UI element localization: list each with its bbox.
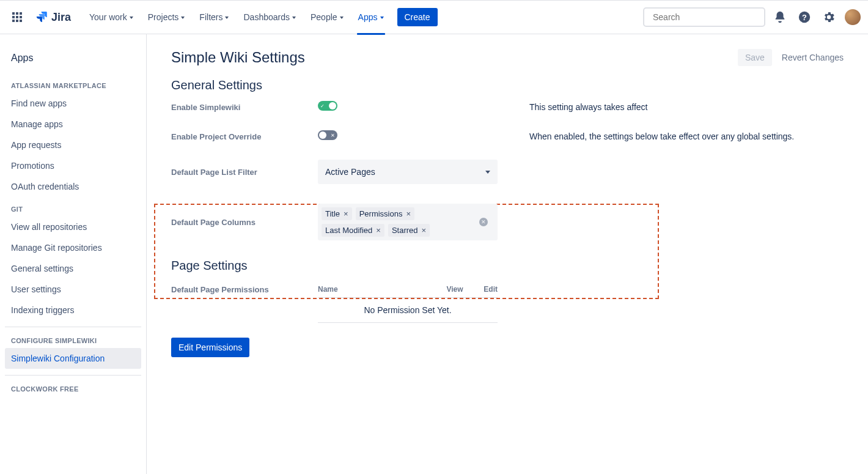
sidebar-item-oauth-credentials[interactable]: OAuth credentials	[5, 176, 141, 197]
sidebar-item-simplewiki-configuration[interactable]: Simplewiki Configuration	[5, 348, 141, 369]
enable-simplewiki-toggle[interactable]: ✓	[318, 101, 337, 111]
jira-icon	[34, 10, 49, 24]
default-permissions-label: Default Page Permissions	[171, 281, 318, 294]
search-box[interactable]	[643, 7, 765, 27]
enable-simplewiki-label: Enable Simplewiki	[171, 103, 318, 112]
nav-label: People	[311, 12, 337, 22]
nav-label: Your work	[89, 12, 127, 22]
permissions-table: Name View Edit No Permission Set Yet.	[318, 281, 498, 323]
nav-filters[interactable]: Filters	[193, 9, 235, 26]
save-button[interactable]: Save	[738, 49, 772, 66]
default-columns-label: Default Page Columns	[171, 218, 318, 227]
sidebar-heading: GIT	[5, 202, 141, 217]
sidebar-item-indexing-triggers[interactable]: Indexing triggers	[5, 300, 141, 320]
sidebar-title: Apps	[5, 49, 141, 67]
column-tag-title: Title×	[322, 207, 352, 220]
tag-label: Last Modified	[325, 226, 372, 235]
default-filter-value: Active Pages	[325, 167, 375, 177]
remove-tag-icon[interactable]: ×	[376, 226, 381, 234]
bell-icon	[773, 10, 787, 24]
chevron-down-icon	[181, 17, 185, 19]
logo-text: Jira	[51, 11, 71, 24]
sidebar-heading: ATLASSIAN MARKETPLACE	[5, 78, 141, 93]
column-tag-last-modified: Last Modified×	[322, 224, 384, 237]
settings-button[interactable]	[819, 7, 839, 27]
sidebar-item-user-settings[interactable]: User settings	[5, 279, 141, 300]
enable-override-help: When enabled, the settings below take ef…	[529, 131, 844, 141]
nav-apps[interactable]: Apps	[352, 9, 390, 26]
enable-override-label: Enable Project Override	[171, 132, 318, 141]
help-button[interactable]: ?	[795, 7, 814, 27]
nav-dashboards[interactable]: Dashboards	[237, 9, 302, 26]
nav-your-work[interactable]: Your work	[83, 9, 139, 26]
enable-override-toggle[interactable]: ✕	[318, 130, 337, 140]
chevron-down-icon	[292, 17, 296, 19]
clear-all-icon[interactable]: ✕	[479, 218, 488, 226]
chevron-down-icon	[340, 17, 344, 19]
sidebar-separator	[5, 375, 141, 376]
chevron-down-icon	[130, 17, 133, 19]
sidebar-separator	[5, 327, 141, 327]
nav-label: Projects	[148, 12, 179, 22]
column-tag-permissions: Permissions×	[356, 207, 414, 220]
sidebar: Apps ATLASSIAN MARKETPLACEFind new appsM…	[0, 34, 147, 474]
jira-logo[interactable]: Jira	[34, 10, 71, 24]
app-switcher-button[interactable]	[7, 7, 27, 27]
gear-icon	[822, 10, 836, 24]
enable-simplewiki-help: This setting always takes affect	[529, 102, 844, 112]
default-filter-label: Default Page List Filter	[171, 168, 318, 177]
grid-icon	[12, 12, 22, 22]
sidebar-item-manage-git-repositories[interactable]: Manage Git repositories	[5, 237, 141, 258]
notifications-button[interactable]	[770, 7, 790, 27]
col-name: Name	[318, 285, 436, 294]
chevron-down-icon	[225, 17, 229, 19]
nav-label: Filters	[199, 12, 223, 22]
tag-label: Title	[325, 209, 340, 218]
sidebar-heading: CLOCKWORK FREE	[5, 382, 141, 396]
permissions-empty: No Permission Set Yet.	[318, 298, 498, 323]
create-button[interactable]: Create	[397, 8, 438, 26]
nav-projects[interactable]: Projects	[142, 9, 191, 26]
revert-button[interactable]: Revert Changes	[782, 53, 844, 62]
col-view: View	[436, 285, 473, 294]
column-tag-starred: Starred×	[388, 224, 430, 237]
sidebar-item-find-new-apps[interactable]: Find new apps	[5, 93, 141, 114]
sidebar-item-manage-apps[interactable]: Manage apps	[5, 114, 141, 135]
general-settings-heading: General Settings	[171, 78, 844, 92]
edit-permissions-button[interactable]: Edit Permissions	[171, 338, 249, 357]
col-edit: Edit	[473, 285, 498, 294]
svg-text:?: ?	[802, 13, 807, 22]
tag-label: Starred	[392, 226, 418, 235]
nav-people[interactable]: People	[304, 9, 350, 26]
search-input[interactable]	[653, 12, 760, 22]
remove-tag-icon[interactable]: ×	[406, 210, 411, 218]
main-content: Simple Wiki Settings Save Revert Changes…	[147, 34, 868, 474]
remove-tag-icon[interactable]: ×	[422, 226, 427, 234]
remove-tag-icon[interactable]: ×	[344, 210, 348, 218]
chevron-down-icon	[380, 17, 384, 19]
page-title: Simple Wiki Settings	[171, 49, 305, 66]
sidebar-item-view-all-repositories[interactable]: View all repositories	[5, 217, 141, 237]
sidebar-item-general-settings[interactable]: General settings	[5, 258, 141, 279]
check-icon: ✓	[320, 103, 325, 109]
page-settings-heading: Page Settings	[171, 259, 844, 273]
sidebar-heading: CONFIGURE SIMPLEWIKI	[5, 333, 141, 348]
nav-label: Dashboards	[243, 12, 290, 22]
default-columns-multiselect[interactable]: Title×Permissions×Last Modified×Starred×…	[318, 204, 498, 240]
sidebar-item-promotions[interactable]: Promotions	[5, 155, 141, 176]
nav-label: Apps	[358, 12, 378, 22]
tag-label: Permissions	[359, 209, 403, 218]
help-icon: ?	[798, 10, 811, 24]
default-filter-select[interactable]: Active Pages	[318, 160, 498, 184]
chevron-down-icon	[485, 171, 490, 174]
sidebar-item-app-requests[interactable]: App requests	[5, 135, 141, 155]
x-icon: ✕	[331, 133, 335, 138]
user-avatar[interactable]	[845, 9, 861, 25]
